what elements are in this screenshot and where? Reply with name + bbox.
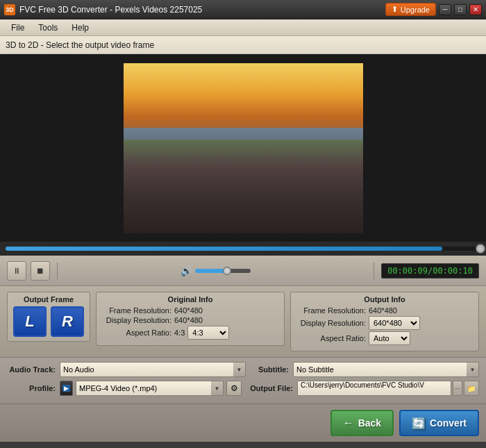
volume-thumb	[223, 267, 231, 275]
output-info-title: Output Info	[296, 295, 473, 304]
audio-track-dropdown[interactable]: No Audio Track 1	[60, 362, 246, 377]
out-display-res-row: Display Resolution: 640*480 800*600 1280…	[296, 316, 473, 330]
orig-display-res-row: Display Resolution: 640*480	[102, 316, 278, 324]
upgrade-icon: ⬆	[392, 5, 398, 14]
video-player	[0, 54, 486, 242]
profile-output-row: Profile: ▶ MPEG-4 Video (*.mp4) AVI Vide…	[7, 381, 479, 396]
seek-thumb	[476, 244, 485, 254]
output-frame-title: Output Frame	[13, 295, 84, 304]
audio-track-container: No Audio Track 1 ▼	[60, 362, 246, 377]
out-display-res-dropdown[interactable]: 640*480 800*600 1280*720	[369, 316, 420, 330]
menu-help[interactable]: Help	[65, 22, 96, 34]
out-aspect-row: Aspect Ratio: Auto 4:3 16:9	[296, 331, 473, 345]
orig-frame-res-label: Frame Resolution:	[102, 306, 171, 315]
menu-tools[interactable]: Tools	[31, 22, 65, 34]
back-button[interactable]: ← Back	[330, 410, 394, 436]
subtitle-dropdown[interactable]: No Subtitle English	[293, 362, 479, 377]
output-file-dots[interactable]: ···	[453, 381, 462, 396]
minimize-button[interactable]: ─	[439, 4, 451, 15]
controls-separator-2	[374, 263, 374, 279]
title-bar: 3D FVC Free 3D Converter - Pexels Videos…	[0, 0, 486, 19]
upgrade-button[interactable]: ⬆ Upgrade	[385, 3, 436, 16]
profile-label: Profile:	[7, 384, 56, 392]
controls-separator	[57, 263, 58, 279]
original-info-panel: Original Info Frame Resolution: 640*480 …	[96, 292, 285, 346]
action-area: ← Back 🔄 Convert	[0, 404, 486, 442]
orig-frame-res-value: 640*480	[174, 306, 203, 315]
volume-slider[interactable]	[195, 269, 251, 273]
menu-file[interactable]: File	[4, 22, 31, 34]
profile-dropdown[interactable]: MPEG-4 Video (*.mp4) AVI Video (*.avi) M…	[76, 381, 224, 396]
time-display: 00:00:09/00:00:10	[381, 263, 479, 279]
convert-icon: 🔄	[412, 417, 426, 430]
out-aspect-label: Aspect Ratio:	[296, 334, 366, 342]
menu-bar: File Tools Help	[0, 19, 486, 36]
output-file-label: Output File:	[246, 384, 293, 392]
stop-button[interactable]: ⏹	[31, 261, 50, 281]
lr-buttons: L R	[13, 306, 84, 337]
left-frame-button[interactable]: L	[13, 306, 47, 337]
title-bar-left: 3D FVC Free 3D Converter - Pexels Videos…	[4, 4, 202, 15]
profile-container: MPEG-4 Video (*.mp4) AVI Video (*.avi) M…	[76, 381, 224, 396]
audio-subtitle-row: Audio Track: No Audio Track 1 ▼ Subtitle…	[7, 362, 479, 377]
subtitle-label: Subtitle:	[250, 365, 289, 374]
subtitle-container: No Subtitle English ▼	[293, 362, 479, 377]
orig-aspect-value: 4:3	[174, 329, 185, 337]
seek-bar-container	[0, 242, 486, 256]
audio-track-label: Audio Track:	[7, 365, 56, 374]
orig-aspect-label: Aspect Ratio:	[102, 329, 171, 337]
volume-area: 🔊	[65, 265, 367, 276]
pause-button[interactable]: ⏸	[7, 261, 26, 281]
output-frame-panel: Output Frame L R	[7, 292, 90, 342]
convert-button[interactable]: 🔄 Convert	[399, 410, 479, 436]
output-file-display: C:\Users\jerry\Documents\FVC Studio\V	[297, 381, 451, 396]
close-button[interactable]: ✕	[469, 4, 482, 15]
out-frame-res-row: Frame Resolution: 640*480	[296, 306, 473, 315]
video-frame	[124, 63, 363, 233]
breadcrumb: 3D to 2D - Select the output video frame	[6, 40, 154, 50]
volume-icon: 🔊	[181, 265, 192, 276]
seek-bar[interactable]	[6, 247, 480, 251]
output-info-panel: Output Info Frame Resolution: 640*480 Di…	[290, 292, 479, 351]
controls-area: ⏸ ⏹ 🔊 00:00:09/00:00:10	[0, 256, 486, 286]
orig-frame-res-row: Frame Resolution: 640*480	[102, 306, 278, 315]
out-display-res-label: Display Resolution:	[296, 319, 366, 327]
video-city	[124, 140, 363, 233]
orig-display-res-value: 640*480	[174, 316, 203, 324]
title-bar-right: ⬆ Upgrade ─ □ ✕	[385, 3, 482, 16]
settings-area: Output Frame L R Original Info Frame Res…	[0, 286, 486, 358]
breadcrumb-bar: 3D to 2D - Select the output video frame	[0, 36, 486, 54]
settings-row: Output Frame L R Original Info Frame Res…	[7, 292, 479, 351]
original-info-title: Original Info	[102, 295, 278, 304]
maximize-button[interactable]: □	[454, 4, 467, 15]
back-icon: ←	[343, 417, 354, 429]
out-frame-res-label: Frame Resolution:	[296, 306, 366, 315]
out-frame-res-value: 640*480	[369, 306, 397, 315]
profile-icon: ▶	[62, 385, 70, 392]
orig-aspect-dropdown[interactable]: 4:3 16:9 Auto	[187, 326, 229, 340]
bottom-controls-area: Audio Track: No Audio Track 1 ▼ Subtitle…	[0, 358, 486, 404]
browse-button[interactable]: 📁	[464, 381, 479, 396]
right-frame-button[interactable]: R	[51, 306, 84, 337]
out-aspect-dropdown[interactable]: Auto 4:3 16:9	[369, 331, 410, 345]
seek-fill	[6, 247, 442, 251]
orig-display-res-label: Display Resolution:	[102, 316, 171, 324]
app-icon: 3D	[4, 4, 15, 15]
orig-aspect-row: Aspect Ratio: 4:3 4:3 16:9 Auto	[102, 326, 278, 340]
app-title: FVC Free 3D Converter - Pexels Videos 22…	[19, 5, 202, 15]
profile-settings-button[interactable]: ⚙	[226, 381, 242, 396]
